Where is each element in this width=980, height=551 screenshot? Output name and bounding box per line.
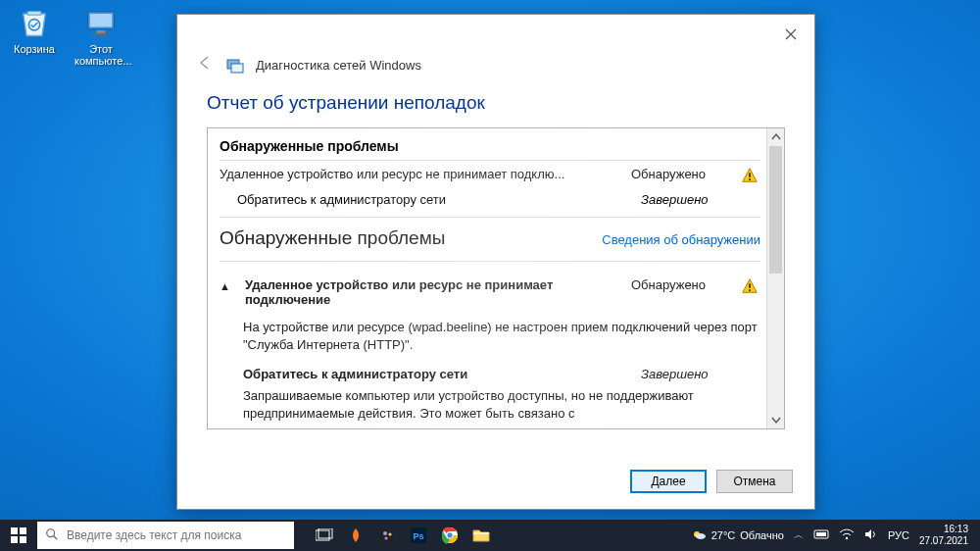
pinned-photoshop[interactable]: Ps xyxy=(406,523,431,548)
wizard-title: Диагностика сетей Windows xyxy=(256,58,421,73)
pinned-explorer[interactable] xyxy=(468,523,494,548)
search-input[interactable] xyxy=(67,528,286,542)
recycle-bin[interactable]: Корзина xyxy=(8,4,61,67)
substep-status: Завершено xyxy=(641,367,760,381)
expanded-title: Удаленное устройство или ресурс не прини… xyxy=(245,277,621,307)
system-tray: 27°C Облачно ︿ РУС 16:13 27.07.2021 xyxy=(691,524,980,547)
expanded-status: Обнаружено xyxy=(631,277,729,292)
svg-rect-11 xyxy=(11,527,18,534)
network-diagnostics-icon xyxy=(226,57,244,75)
problem-link[interactable]: Удаленное устройство или ресурс не прини… xyxy=(220,167,621,181)
warning-icon xyxy=(739,167,760,184)
sub-text: Обратитесь к администратору сети xyxy=(237,192,641,207)
search-glass-icon xyxy=(45,527,59,543)
icon-label: Этот компьюте... xyxy=(74,43,127,67)
svg-point-33 xyxy=(846,537,848,539)
svg-point-22 xyxy=(384,536,387,539)
date: 27.07.2021 xyxy=(919,535,968,547)
problem-row: Удаленное устройство или ресурс не прини… xyxy=(220,161,760,190)
taskbar: Ps 27°C Облачно ︿ РУС 16:13 27.07.2021 xyxy=(0,520,980,551)
problems-subheader: Обнаруженные проблемы xyxy=(220,227,445,249)
wifi-icon[interactable] xyxy=(839,528,855,542)
svg-point-15 xyxy=(47,529,55,537)
next-button[interactable]: Далее xyxy=(630,470,707,493)
svg-rect-32 xyxy=(816,532,826,536)
volume-icon[interactable] xyxy=(864,528,878,542)
svg-text:Ps: Ps xyxy=(413,531,423,541)
scroll-thumb[interactable] xyxy=(769,146,782,274)
svg-point-30 xyxy=(696,533,706,539)
svg-point-19 xyxy=(380,528,394,542)
troubleshooter-window: Диагностика сетей Windows Отчет об устра… xyxy=(176,14,815,510)
scroll-down-button[interactable] xyxy=(767,411,784,428)
icon-label: Корзина xyxy=(8,43,61,55)
svg-rect-6 xyxy=(231,64,243,73)
scroll-up-button[interactable] xyxy=(767,128,784,146)
svg-point-20 xyxy=(383,531,387,535)
substep-description: Запрашиваемые компьютер или устройство д… xyxy=(220,387,760,428)
task-view-button[interactable] xyxy=(312,523,337,548)
weather-cond: Облачно xyxy=(740,529,784,541)
recycle-bin-icon xyxy=(16,4,53,41)
problem-subrow: Обратитесь к администратору сети Заверше… xyxy=(220,190,760,213)
desktop: Корзина Этот компьюте... Диагностика сет… xyxy=(0,0,980,551)
expanded-description: На устройстве или ресурсе (wpad.beeline)… xyxy=(220,313,760,361)
wizard-buttons: Далее Отмена xyxy=(630,470,793,493)
this-pc[interactable]: Этот компьюте... xyxy=(74,4,127,67)
subheader-row: Обнаруженные проблемы Сведения об обнару… xyxy=(220,217,760,249)
problem-status: Обнаружено xyxy=(631,167,729,181)
scroll-track[interactable] xyxy=(767,146,784,411)
substep-title: Обратитесь к администратору сети xyxy=(243,367,631,381)
svg-rect-28 xyxy=(473,532,489,534)
time: 16:13 xyxy=(919,524,968,535)
taskbar-pinned: Ps xyxy=(300,523,494,548)
svg-rect-3 xyxy=(97,30,106,33)
svg-rect-7 xyxy=(749,173,751,177)
sub-status: Завершено xyxy=(641,192,760,207)
wizard-header: Диагностика сетей Windows xyxy=(177,54,814,88)
titlebar xyxy=(177,15,814,54)
svg-rect-9 xyxy=(749,283,751,288)
this-pc-icon xyxy=(82,4,120,41)
warning-icon xyxy=(739,277,760,295)
svg-rect-2 xyxy=(90,14,113,27)
section-title: Отчет об устранении неполадок xyxy=(177,88,814,127)
pinned-chrome[interactable] xyxy=(437,523,463,548)
input-indicator-icon[interactable] xyxy=(813,528,829,542)
pinned-app-1[interactable] xyxy=(343,523,368,548)
svg-rect-10 xyxy=(749,289,751,291)
weather-widget[interactable]: 27°C Облачно xyxy=(691,526,784,544)
clock[interactable]: 16:13 27.07.2021 xyxy=(919,524,972,547)
weather-temp: 27°C xyxy=(711,529,736,541)
desktop-icons: Корзина Этот компьюте... xyxy=(8,4,127,67)
svg-line-16 xyxy=(54,536,58,540)
detection-details-link[interactable]: Сведения об обнаружении xyxy=(602,232,760,247)
svg-rect-4 xyxy=(93,33,109,35)
pinned-app-2[interactable] xyxy=(374,523,400,548)
language-indicator[interactable]: РУС xyxy=(888,529,909,541)
svg-point-21 xyxy=(388,532,391,535)
problems-header: Обнаруженные проблемы xyxy=(220,136,760,161)
cancel-button[interactable]: Отмена xyxy=(716,470,793,493)
weather-icon xyxy=(691,526,707,544)
svg-rect-8 xyxy=(749,178,751,180)
svg-rect-12 xyxy=(20,527,26,534)
back-button[interactable] xyxy=(195,54,215,76)
report-content: Обнаруженные проблемы Удаленное устройст… xyxy=(208,128,784,428)
close-button[interactable] xyxy=(773,20,808,49)
start-button[interactable] xyxy=(0,520,37,551)
svg-rect-14 xyxy=(20,536,26,543)
report-frame: Обнаруженные проблемы Удаленное устройст… xyxy=(207,127,785,429)
tray-chevron-up-icon[interactable]: ︿ xyxy=(794,528,804,542)
collapse-toggle[interactable]: ▲ xyxy=(220,277,235,295)
vertical-scrollbar[interactable] xyxy=(766,128,784,428)
svg-rect-13 xyxy=(11,536,18,543)
expanded-problem: ▲ Удаленное устройство или ресурс не при… xyxy=(220,261,760,428)
taskbar-search[interactable] xyxy=(37,522,294,549)
